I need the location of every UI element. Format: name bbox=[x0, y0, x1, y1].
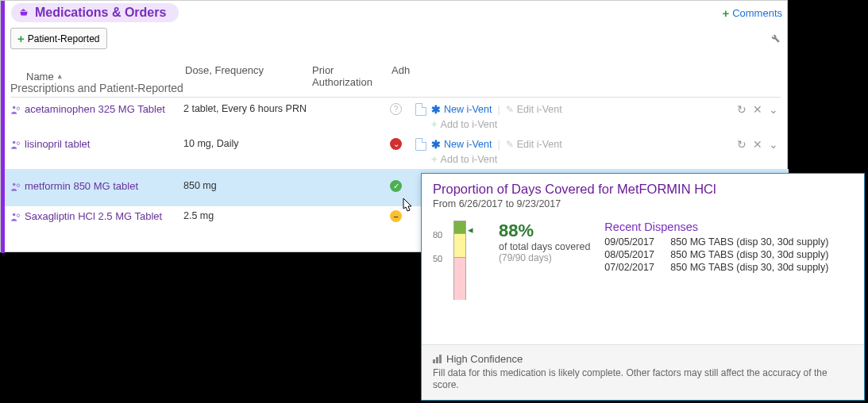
asterisk-icon: ✱ bbox=[431, 138, 441, 151]
med-dose: 2.5 mg bbox=[183, 210, 311, 221]
page-icon[interactable] bbox=[415, 103, 426, 116]
person-pill-icon bbox=[10, 138, 25, 153]
header-pill[interactable]: Medications & Orders bbox=[11, 3, 179, 22]
tooltip-body: 80 50 ◂ 88% of total days covered (79/90… bbox=[422, 211, 864, 308]
svg-point-4 bbox=[13, 183, 15, 186]
pdc-sub2: (79/90 days) bbox=[499, 252, 590, 263]
tooltip-date-range: From 6/26/2017 to 9/23/2017 bbox=[433, 198, 853, 209]
plus-icon: + bbox=[722, 6, 729, 20]
svg-point-2 bbox=[13, 141, 15, 144]
table-row: acetaminophen 325 MG Tablet 2 tablet, Ev… bbox=[5, 99, 789, 134]
tooltip-title: Proportion of Days Covered for MetFORMIN… bbox=[433, 182, 853, 197]
close-icon[interactable]: ✕ bbox=[753, 138, 762, 151]
med-dose: 10 mg, Daily bbox=[183, 138, 311, 149]
pct-wrap: 88% of total days covered (79/90 days) bbox=[499, 221, 590, 300]
confidence-text: Fill data for this medication is likely … bbox=[433, 367, 853, 392]
dispense-date: 07/02/2017 bbox=[604, 262, 664, 273]
person-pill-icon bbox=[10, 103, 25, 118]
person-pill-icon bbox=[10, 180, 25, 195]
add-ivent-link[interactable]: Add to i-Vent bbox=[441, 154, 498, 165]
row-actions: ✱ New i-Vent | ✎ Edit i-Vent + Add to i-… bbox=[407, 103, 783, 130]
pencil-icon: ✎ bbox=[506, 104, 514, 115]
med-name[interactable]: acetaminophen 325 MG Tablet bbox=[25, 103, 183, 115]
patient-reported-button[interactable]: + Patient-Reported bbox=[10, 28, 107, 49]
med-name[interactable]: metformin 850 MG tablet bbox=[25, 180, 183, 192]
edit-ivent-link[interactable]: Edit i-Vent bbox=[517, 104, 562, 115]
adherence-indicator[interactable]: ? bbox=[390, 103, 407, 115]
page-icon[interactable] bbox=[415, 138, 426, 151]
adherence-indicator[interactable]: ✓ bbox=[390, 180, 407, 192]
svg-point-1 bbox=[17, 107, 20, 110]
row-end-icons: ↻ ✕ ⌄ bbox=[737, 103, 783, 116]
med-dose: 850 mg bbox=[183, 180, 311, 191]
row-actions: ✱ New i-Vent | ✎ Edit i-Vent + Add to i-… bbox=[407, 138, 783, 165]
comments-link[interactable]: + Comments bbox=[722, 6, 782, 20]
ok-check-icon: ✓ bbox=[390, 180, 402, 192]
pdc-bar bbox=[453, 221, 466, 300]
dispense-row: 08/05/2017 850 MG TABS (disp 30, 30d sup… bbox=[604, 249, 853, 260]
plus-icon: + bbox=[431, 153, 438, 165]
panel-title: Medications & Orders bbox=[35, 6, 166, 20]
adherence-tooltip: Proportion of Days Covered for MetFORMIN… bbox=[421, 173, 865, 401]
confidence-line: High Confidence bbox=[433, 353, 853, 365]
row-end-icons: ↻ ✕ ⌄ bbox=[737, 138, 783, 151]
svg-point-3 bbox=[17, 142, 20, 145]
med-name[interactable]: Saxagliptin HCl 2.5 MG Tablet bbox=[25, 210, 183, 222]
dispense-row: 09/05/2017 850 MG TABS (disp 30, 30d sup… bbox=[604, 236, 853, 248]
refresh-icon[interactable]: ↻ bbox=[737, 103, 746, 116]
pencil-icon: ✎ bbox=[506, 139, 514, 150]
mortar-pestle-icon bbox=[17, 6, 30, 19]
tooltip-footer: High Confidence Fill data for this medic… bbox=[422, 344, 864, 400]
patient-reported-label: Patient-Reported bbox=[28, 33, 100, 44]
adherence-indicator[interactable]: – bbox=[390, 210, 407, 222]
band-yellow bbox=[454, 234, 465, 258]
svg-point-0 bbox=[13, 106, 15, 109]
pdc-sub1: of total days covered bbox=[499, 241, 590, 252]
close-icon[interactable]: ✕ bbox=[753, 103, 762, 116]
pdc-percent: 88% bbox=[499, 221, 590, 241]
dispense-date: 09/05/2017 bbox=[604, 236, 664, 248]
comments-label: Comments bbox=[732, 7, 782, 19]
axis-label-50: 50 bbox=[433, 254, 442, 263]
dispense-date: 08/05/2017 bbox=[604, 249, 664, 260]
band-red bbox=[454, 258, 465, 300]
person-pill-icon bbox=[10, 210, 25, 225]
chevron-double-down-icon[interactable]: ⌄ bbox=[769, 138, 778, 151]
panel-header: Medications & Orders + Comments bbox=[5, 1, 789, 25]
add-ivent-link[interactable]: Add to i-Vent bbox=[441, 119, 498, 130]
alert-down-icon: ⌄ bbox=[390, 138, 402, 150]
band-green bbox=[454, 221, 465, 234]
med-dose: 2 tablet, Every 6 hours PRN bbox=[183, 103, 311, 114]
plus-icon: + bbox=[17, 32, 25, 45]
chevron-double-down-icon[interactable]: ⌄ bbox=[769, 103, 778, 116]
table-row: lisinopril tablet 10 mg, Daily ⌄ ✱ New i… bbox=[5, 134, 789, 169]
new-ivent-link[interactable]: New i-Vent bbox=[444, 104, 492, 115]
tooltip-header: Proportion of Days Covered for MetFORMIN… bbox=[422, 174, 864, 211]
dispense-text: 850 MG TABS (disp 30, 30d supply) bbox=[670, 236, 828, 248]
pdc-chart: 80 50 ◂ bbox=[433, 221, 484, 300]
dispense-row: 07/02/2017 850 MG TABS (disp 30, 30d sup… bbox=[604, 262, 853, 273]
new-ivent-link[interactable]: New i-Vent bbox=[444, 139, 492, 150]
sort-asc-icon: ▲ bbox=[56, 72, 64, 80]
confidence-label: High Confidence bbox=[446, 353, 523, 365]
section-header: Prescriptions and Patient-Reported bbox=[10, 82, 781, 98]
med-name[interactable]: lisinopril tablet bbox=[25, 138, 183, 150]
warn-minus-icon: – bbox=[390, 210, 402, 222]
question-icon: ? bbox=[390, 103, 402, 115]
dispense-text: 850 MG TABS (disp 30, 30d supply) bbox=[670, 262, 828, 273]
adherence-indicator[interactable]: ⌄ bbox=[390, 138, 407, 150]
dispenses-title: Recent Dispenses bbox=[604, 221, 853, 233]
axis-label-80: 80 bbox=[433, 230, 442, 240]
svg-point-7 bbox=[17, 214, 20, 217]
refresh-icon[interactable]: ↻ bbox=[737, 138, 746, 151]
dispenses-block: Recent Dispenses 09/05/2017 850 MG TABS … bbox=[604, 221, 853, 300]
dispense-text: 850 MG TABS (disp 30, 30d supply) bbox=[670, 249, 828, 260]
svg-point-5 bbox=[17, 184, 20, 187]
edit-ivent-link[interactable]: Edit i-Vent bbox=[517, 139, 562, 150]
wrench-icon[interactable] bbox=[769, 32, 781, 46]
svg-point-6 bbox=[13, 213, 15, 217]
subheader: + Patient-Reported bbox=[10, 28, 781, 49]
bars-icon bbox=[433, 355, 442, 363]
marker-icon: ◂ bbox=[468, 224, 473, 236]
plus-icon: + bbox=[431, 118, 438, 130]
